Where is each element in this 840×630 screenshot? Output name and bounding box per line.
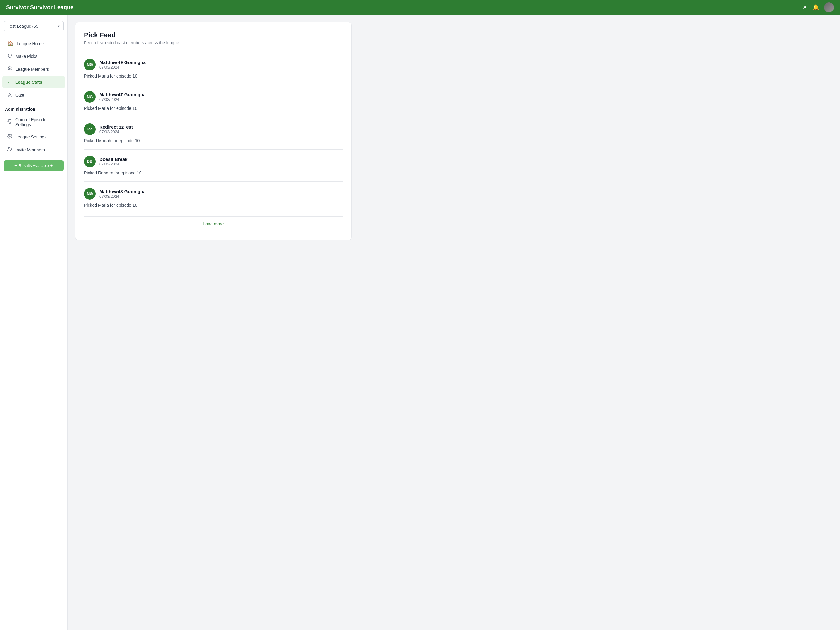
feed-item-header: MG Matthew47 Gramigna 07/03/2024 (84, 91, 343, 103)
stats-icon (7, 79, 12, 85)
bell-icon[interactable]: 🔔 (812, 4, 819, 11)
pick-feed-card: Pick Feed Feed of selected cast members … (75, 22, 352, 240)
card-title: Pick Feed (84, 31, 343, 39)
trophy-icon (7, 119, 12, 125)
results-available-button[interactable]: ✦ Results Available ✦ (4, 160, 64, 171)
user-avatar[interactable] (824, 2, 834, 12)
sidebar-item-label: Invite Members (15, 147, 45, 152)
sidebar-item-label: Make Picks (15, 54, 38, 59)
sidebar-item-label: Current Episode Settings (15, 117, 60, 127)
sidebar-item-label: League Members (15, 67, 49, 72)
sidebar-item-label: League Stats (15, 80, 42, 85)
home-icon: 🏠 (7, 41, 14, 46)
feed-date: 07/03/2024 (99, 97, 146, 102)
sidebar-item-cast[interactable]: Cast (2, 89, 65, 101)
sidebar-item-label: League Home (17, 41, 44, 46)
page-layout: Test League759 ▾ 🏠 League Home Make Pick… (0, 0, 840, 630)
sidebar-item-league-settings[interactable]: League Settings (2, 131, 65, 143)
svg-marker-4 (8, 92, 11, 96)
feed-avatar: MG (84, 59, 96, 70)
feed-item: RZ Redirect zzTest 07/03/2024 Picked Mor… (84, 117, 343, 149)
feed-item: DB Doesit Break 07/03/2024 Picked Randen… (84, 149, 343, 182)
feed-date: 07/03/2024 (99, 162, 128, 166)
feed-pick-text: Picked Randen for episode 10 (84, 171, 343, 175)
feed-date: 07/03/2024 (99, 194, 146, 199)
sidebar-item-league-members[interactable]: League Members (2, 63, 65, 75)
feed-avatar: MG (84, 188, 96, 199)
card-subtitle: Feed of selected cast members across the… (84, 40, 343, 45)
sidebar-item-label: Cast (15, 93, 24, 98)
top-navigation: Survivor Survivor League ☀ 🔔 (0, 0, 840, 15)
svg-point-7 (9, 136, 11, 137)
members-icon (7, 66, 12, 72)
sidebar-item-label: League Settings (15, 135, 46, 139)
feed-item: MG Matthew48 Gramigna 07/03/2024 Picked … (84, 182, 343, 214)
sidebar-item-league-home[interactable]: 🏠 League Home (2, 38, 65, 49)
feed-pick-text: Picked Maria for episode 10 (84, 106, 343, 111)
feed-item-header: DB Doesit Break 07/03/2024 (84, 156, 343, 167)
feed-user-name: Doesit Break (99, 157, 128, 162)
sidebar-item-invite-members[interactable]: Invite Members (2, 144, 65, 156)
feed-list: MG Matthew49 Gramigna 07/03/2024 Picked … (84, 52, 343, 214)
admin-section-title: Administration (0, 102, 67, 114)
feed-avatar: DB (84, 156, 96, 167)
feed-item-header: RZ Redirect zzTest 07/03/2024 (84, 123, 343, 135)
feed-user-name: Redirect zzTest (99, 124, 133, 130)
feed-date: 07/03/2024 (99, 65, 146, 70)
feed-item-header: MG Matthew49 Gramigna 07/03/2024 (84, 59, 343, 70)
league-selector-value: Test League759 (8, 24, 38, 28)
app-title: Survivor Survivor League (6, 4, 74, 11)
feed-user-info: Matthew48 Gramigna 07/03/2024 (99, 189, 146, 199)
feed-pick-text: Picked Maria for episode 10 (84, 73, 343, 78)
picks-icon (7, 53, 12, 59)
chevron-down-icon: ▾ (58, 24, 60, 28)
league-selector[interactable]: Test League759 ▾ (4, 21, 64, 32)
sidebar-item-make-picks[interactable]: Make Picks (2, 50, 65, 62)
feed-item-header: MG Matthew48 Gramigna 07/03/2024 (84, 188, 343, 199)
feed-avatar: RZ (84, 123, 96, 135)
feed-user-name: Matthew49 Gramigna (99, 60, 146, 65)
main-content: Pick Feed Feed of selected cast members … (68, 15, 840, 630)
invite-icon (7, 147, 12, 153)
feed-pick-text: Picked Moriah for episode 10 (84, 138, 343, 143)
feed-user-info: Matthew49 Gramigna 07/03/2024 (99, 60, 146, 70)
feed-user-name: Matthew47 Gramigna (99, 92, 146, 97)
feed-date: 07/03/2024 (99, 130, 133, 134)
sun-icon[interactable]: ☀ (802, 4, 807, 11)
sidebar-item-league-stats[interactable]: League Stats (2, 76, 65, 88)
svg-point-8 (8, 147, 10, 149)
cast-icon (7, 92, 12, 98)
feed-user-name: Matthew48 Gramigna (99, 189, 146, 194)
nav-icons: ☀ 🔔 (802, 2, 834, 12)
sidebar-nav: 🏠 League Home Make Picks Lea (0, 38, 67, 101)
load-more-button[interactable]: Load more (84, 216, 343, 231)
feed-item: MG Matthew49 Gramigna 07/03/2024 Picked … (84, 52, 343, 85)
svg-point-0 (8, 67, 10, 68)
feed-item: MG Matthew47 Gramigna 07/03/2024 Picked … (84, 85, 343, 117)
feed-avatar: MG (84, 91, 96, 103)
feed-user-info: Matthew47 Gramigna 07/03/2024 (99, 92, 146, 102)
gear-icon (7, 134, 12, 140)
feed-user-info: Redirect zzTest 07/03/2024 (99, 124, 133, 134)
feed-user-info: Doesit Break 07/03/2024 (99, 157, 128, 166)
sidebar-item-current-episode-settings[interactable]: Current Episode Settings (2, 114, 65, 130)
sidebar: Test League759 ▾ 🏠 League Home Make Pick… (0, 15, 68, 630)
feed-pick-text: Picked Maria for episode 10 (84, 203, 343, 207)
